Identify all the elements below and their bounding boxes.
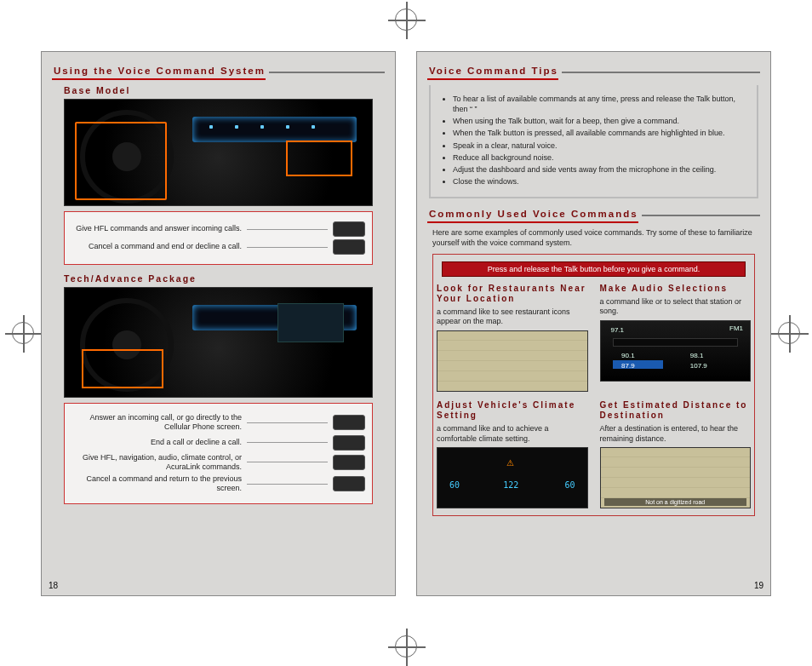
cmd-climate: Adjust Vehicle's Climate Setting a comma… bbox=[437, 400, 588, 508]
tip-item: When the Talk button is pressed, all ava… bbox=[453, 128, 746, 138]
heading-tips: Voice Command Tips bbox=[427, 64, 558, 80]
cmd-title: Get Estimated Distance to Destination bbox=[600, 400, 752, 421]
cmd-image-map: Not on a digitized road bbox=[600, 447, 752, 508]
rule bbox=[269, 72, 385, 73]
cmd-image-climate: 60 122 60 ⚠ bbox=[437, 447, 588, 508]
tip-item: Reduce all background noise. bbox=[453, 152, 746, 163]
callout-text: Answer an incoming call, or go directly … bbox=[71, 413, 242, 433]
left-page: Using the Voice Command System Base Mode… bbox=[41, 51, 396, 596]
button-thumb bbox=[333, 435, 365, 451]
callout-text: End a call or decline a call. bbox=[71, 438, 242, 447]
tip-item: When using the Talk button, wait for a b… bbox=[453, 116, 746, 126]
sub-heading-tech: Tech/Advance Package bbox=[64, 273, 385, 284]
cmd-audio: Make Audio Selections a command like or … bbox=[600, 284, 752, 392]
commands-intro: Here are some examples of commonly used … bbox=[432, 228, 755, 248]
button-thumb bbox=[333, 221, 365, 237]
button-thumb bbox=[333, 476, 365, 491]
photo-tech-package bbox=[64, 287, 373, 398]
cmd-text: a command like to see restaurant icons a… bbox=[437, 307, 588, 327]
highlight-center-controls bbox=[286, 141, 352, 176]
cmd-image-radio: FM1 97.1 90.1 98.1 87.9 107.9 bbox=[600, 320, 752, 382]
heading-using-voice: Using the Voice Command System bbox=[52, 64, 266, 80]
highlight-wheel-controls bbox=[75, 122, 167, 200]
callout-text: Give HFL commands and answer incoming ca… bbox=[71, 224, 242, 233]
cmd-text: After a destination is entered, to hear … bbox=[600, 424, 752, 444]
page-spread: Using the Voice Command System Base Mode… bbox=[0, 0, 812, 630]
cmd-title: Make Audio Selections bbox=[600, 284, 752, 294]
red-instruction-strip: Press and release the Talk button before… bbox=[442, 261, 746, 277]
heading-commands: Commonly Used Voice Commands bbox=[427, 207, 638, 223]
reg-right bbox=[778, 322, 800, 344]
right-page: Voice Command Tips To hear a list of ava… bbox=[416, 51, 771, 596]
commands-frame: Press and release the Talk button before… bbox=[432, 254, 755, 517]
photo-base-model bbox=[64, 99, 373, 206]
rule bbox=[642, 215, 760, 216]
cmd-image-map bbox=[437, 330, 588, 392]
callout-text: Cancel a command and end or decline a ca… bbox=[71, 242, 242, 251]
tip-item: Adjust the dashboard and side vents away… bbox=[453, 164, 746, 175]
button-thumb bbox=[333, 239, 365, 255]
callout-text: Cancel a command and return to the previ… bbox=[71, 474, 242, 494]
cmd-text: a command like and to achieve a comforta… bbox=[437, 424, 588, 444]
cmd-title: Look for Restaurants Near Your Location bbox=[437, 284, 588, 304]
tips-list: To hear a list of available commands at … bbox=[429, 85, 758, 198]
highlight-wheel-controls bbox=[82, 349, 163, 388]
button-thumb bbox=[333, 415, 365, 430]
reg-left bbox=[12, 322, 34, 344]
reg-bottom bbox=[395, 635, 417, 657]
callout-tech: Answer an incoming call, or go directly … bbox=[64, 403, 373, 504]
rule bbox=[562, 72, 760, 73]
callout-base: Give HFL commands and answer incoming ca… bbox=[64, 211, 373, 265]
sub-heading-base: Base Model bbox=[64, 85, 385, 95]
section-header: Commonly Used Voice Commands bbox=[427, 207, 760, 223]
tip-item: Speak in a clear, natural voice. bbox=[453, 141, 746, 151]
section-header: Voice Command Tips bbox=[427, 64, 760, 80]
tip-item: To hear a list of available commands at … bbox=[453, 94, 746, 114]
cmd-text: a command like or to select that station… bbox=[600, 297, 752, 317]
cmd-title: Adjust Vehicle's Climate Setting bbox=[437, 400, 588, 421]
button-thumb bbox=[333, 455, 365, 470]
page-number: 18 bbox=[49, 581, 58, 590]
callout-text: Give HFL, navigation, audio, climate con… bbox=[71, 453, 242, 473]
cmd-distance: Get Estimated Distance to Destination Af… bbox=[600, 400, 752, 508]
page-number: 19 bbox=[754, 581, 763, 590]
cmd-restaurants: Look for Restaurants Near Your Location … bbox=[437, 284, 588, 392]
section-header: Using the Voice Command System bbox=[52, 64, 385, 80]
tip-item: Close the windows. bbox=[453, 176, 746, 187]
reg-top bbox=[395, 9, 417, 31]
